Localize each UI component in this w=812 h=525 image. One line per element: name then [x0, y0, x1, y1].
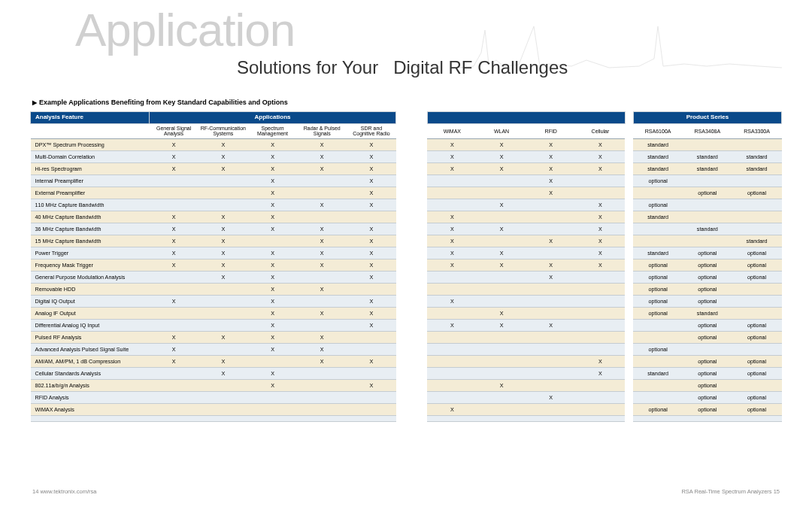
- table-row: 802.11a/b/g/n AnalysisXXXoptional: [31, 380, 782, 392]
- group-heading-products: Product Series: [633, 112, 781, 124]
- app-cell: X: [347, 235, 396, 247]
- app-cell: [576, 284, 626, 296]
- app-cell: X: [576, 368, 626, 380]
- app-cell: [297, 296, 347, 308]
- app-cell: [297, 380, 347, 392]
- app-cell: [198, 175, 248, 187]
- product-cell: optional: [683, 187, 732, 199]
- product-cell: [633, 332, 683, 344]
- app-cell: X: [477, 259, 526, 272]
- product-cell: [633, 187, 683, 199]
- app-cell: [198, 404, 248, 416]
- app-cell: X: [347, 139, 396, 151]
- app-cell: X: [149, 223, 198, 235]
- table-row: Cellular Standards AnalysisXXXstandardop…: [31, 368, 782, 380]
- feature-cell: 36 MHz Capture Bandwidth: [31, 223, 150, 235]
- app-cell: X: [297, 151, 347, 163]
- app-cell: X: [347, 272, 396, 284]
- product-cell: optional: [683, 380, 732, 392]
- feature-cell: General Purpose Modulation Analysis: [31, 272, 150, 284]
- product-cell: [633, 392, 683, 404]
- app-cell: X: [248, 199, 298, 211]
- footer-left: 14 www.tektronix.com/rsa: [32, 488, 96, 495]
- product-cell: [633, 223, 683, 235]
- app-cell: X: [347, 308, 396, 320]
- footer-right: RSA Real-Time Spectrum Analyzers 15: [681, 488, 780, 495]
- app-cell: X: [576, 235, 626, 247]
- col-app-2: SpectrumManagement: [248, 123, 298, 138]
- app-cell: [477, 296, 526, 308]
- app-cell: [347, 344, 396, 356]
- col-app-4: SDR andCognitive Radio: [347, 123, 396, 138]
- product-cell: optional: [633, 344, 683, 356]
- app-cell: X: [297, 308, 347, 320]
- product-cell: [732, 223, 782, 235]
- app-cell: X: [427, 235, 477, 247]
- app-cell: [427, 392, 477, 404]
- app-cell: [477, 187, 526, 199]
- app-cell: [526, 223, 576, 235]
- app-cell: [149, 272, 198, 284]
- product-cell: [683, 235, 732, 247]
- app-cell: X: [576, 151, 626, 163]
- app-cell: [576, 344, 626, 356]
- app-cell: X: [347, 259, 396, 272]
- app-cell: [198, 308, 248, 320]
- app-cell: X: [198, 223, 248, 235]
- feature-cell: 15 MHz Capture Bandwidth: [31, 235, 150, 247]
- table-row: General Purpose Modulation AnalysisXXXXo…: [31, 272, 782, 284]
- app-cell: X: [427, 259, 477, 272]
- table-row: 110 MHz Capture BandwidthXXXXXoptional: [31, 199, 782, 211]
- app-cell: [526, 356, 576, 368]
- app-cell: [526, 199, 576, 211]
- product-cell: optional: [683, 259, 732, 272]
- app-cell: X: [149, 332, 198, 344]
- product-cell: optional: [732, 356, 782, 368]
- app-cell: X: [347, 296, 396, 308]
- product-cell: optional: [732, 368, 782, 380]
- feature-cell: DPX™ Spectrum Processing: [31, 139, 150, 151]
- feature-cell: Multi-Domain Correlation: [31, 151, 150, 163]
- app-cell: X: [198, 356, 248, 368]
- product-cell: optional: [732, 247, 782, 259]
- app-cell: X: [526, 320, 576, 332]
- feature-cell: 40 MHz Capture Bandwidth: [31, 211, 150, 223]
- app-cell: X: [198, 247, 248, 259]
- app-cell: X: [149, 247, 198, 259]
- app-cell: [526, 308, 576, 320]
- app-cell: [297, 320, 347, 332]
- app-cell: X: [248, 139, 298, 151]
- app-cell: X: [248, 247, 298, 259]
- table-row: Pulsed RF AnalysisXXXXoptionaloptional: [31, 332, 782, 344]
- app-cell: X: [297, 332, 347, 344]
- feature-cell: Differential Analog IQ Input: [31, 320, 150, 332]
- app-cell: X: [297, 163, 347, 175]
- feature-matrix: Analysis Feature Applications Product Se…: [30, 111, 782, 422]
- app-cell: [477, 211, 526, 223]
- table-row: Hi-res SpectrogramXXXXXXXXXstandardstand…: [31, 163, 782, 175]
- product-cell: [633, 320, 683, 332]
- app-cell: X: [297, 199, 347, 211]
- app-cell: X: [427, 320, 477, 332]
- product-cell: optional: [633, 296, 683, 308]
- feature-cell: Removable HDD: [31, 284, 150, 296]
- product-cell: standard: [633, 368, 683, 380]
- app-cell: [248, 404, 298, 416]
- col-prod-2: RSA3300A: [732, 123, 782, 138]
- app-cell: X: [198, 235, 248, 247]
- app-cell: [347, 332, 396, 344]
- app-cell: X: [297, 344, 347, 356]
- product-cell: optional: [683, 404, 732, 416]
- example-caption: ▶Example Applications Benefiting from Ke…: [32, 99, 288, 106]
- table-row: Advanced Analysis Pulsed Signal SuiteXXX…: [31, 344, 782, 356]
- feature-cell: Cellular Standards Analysis: [31, 368, 150, 380]
- app-cell: [347, 392, 396, 404]
- app-cell: X: [248, 211, 298, 223]
- app-cell: [248, 356, 298, 368]
- app-cell: X: [347, 199, 396, 211]
- product-cell: [683, 139, 732, 151]
- product-cell: [683, 211, 732, 223]
- app-cell: X: [427, 404, 477, 416]
- feature-cell: External Preamplifier: [31, 187, 150, 199]
- app-cell: X: [248, 380, 298, 392]
